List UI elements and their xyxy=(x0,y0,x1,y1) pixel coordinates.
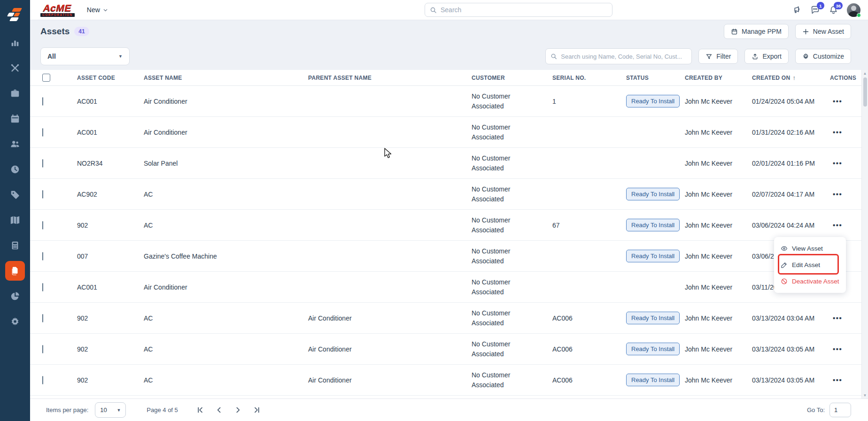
scrollbar-thumb[interactable] xyxy=(863,77,867,107)
goto-label: Go To: xyxy=(807,406,825,413)
scroll-down-icon[interactable]: ▼ xyxy=(863,392,867,398)
select-all-checkbox[interactable] xyxy=(42,74,50,82)
sidebar-nav xyxy=(2,30,28,334)
column-header-created-by[interactable]: CREATED BY xyxy=(685,75,752,81)
sidebar-item-calendar[interactable] xyxy=(2,106,28,131)
cell-created-by: John Mc Keever xyxy=(685,98,752,105)
column-header-parent-asset-name[interactable]: PARENT ASSET NAME xyxy=(308,75,472,81)
row-checkbox[interactable] xyxy=(42,376,43,384)
cell-serial-no: AC006 xyxy=(552,314,626,322)
next-page-button[interactable] xyxy=(232,404,245,417)
column-header-serial-no-[interactable]: SERIAL NO. xyxy=(552,75,626,81)
chat-badge: 1 xyxy=(817,2,824,9)
row-checkbox[interactable] xyxy=(42,252,43,260)
status-badge: Ready To Install xyxy=(626,188,680,200)
table-search[interactable] xyxy=(545,48,692,64)
cell-status: Ready To Install xyxy=(626,95,685,107)
page-header: Assets 41 Manage PPM New Asset xyxy=(30,20,868,43)
row-actions-button[interactable]: ••• xyxy=(830,159,842,167)
row-checkbox[interactable] xyxy=(42,159,43,168)
table-row[interactable]: AC001Air ConditionerNo Customer Associat… xyxy=(30,272,868,303)
calendar-icon xyxy=(10,114,20,124)
filter-button[interactable]: Filter xyxy=(698,49,738,64)
row-checkbox[interactable] xyxy=(42,128,43,137)
last-page-button[interactable] xyxy=(250,404,264,417)
cell-asset-code: 007 xyxy=(77,253,144,260)
column-header-customer[interactable]: CUSTOMER xyxy=(472,75,552,81)
dashboard-icon xyxy=(10,38,20,48)
row-actions-button[interactable]: ••• xyxy=(830,97,842,105)
table-row[interactable]: 902ACAir ConditionerNo Customer Associat… xyxy=(30,334,868,365)
sidebar-item-documents[interactable] xyxy=(2,258,28,283)
menu-item-deactivate-asset[interactable]: Deactivate Asset xyxy=(774,273,846,290)
zuper-logo[interactable] xyxy=(0,0,30,30)
vertical-scrollbar[interactable]: ▲ ▼ xyxy=(861,70,868,398)
cell-asset-name: Air Conditioner xyxy=(144,283,308,291)
sidebar-item-tag[interactable] xyxy=(2,182,28,207)
sidebar-item-users[interactable] xyxy=(2,131,28,157)
new-asset-button[interactable]: New Asset xyxy=(795,24,851,39)
row-checkbox[interactable] xyxy=(42,97,43,106)
chat-icon[interactable]: 1 xyxy=(810,5,820,15)
table-row[interactable]: 902ACNo Customer Associated67Ready To In… xyxy=(30,210,868,241)
table-row[interactable]: AC902ACNo Customer AssociatedReady To In… xyxy=(30,179,868,210)
global-search-input[interactable] xyxy=(441,6,607,14)
table-row[interactable]: 902ACAir ConditionerNo Customer Associat… xyxy=(30,365,868,396)
new-menu[interactable]: New xyxy=(87,6,108,14)
column-header-asset-code[interactable]: ASSET CODE xyxy=(77,75,144,81)
menu-item-view-asset[interactable]: View Asset xyxy=(774,240,846,257)
export-button[interactable]: Export xyxy=(744,49,788,64)
menu-item-edit-asset[interactable]: Edit Asset xyxy=(774,257,846,273)
column-header-created-on[interactable]: CREATED ON↑ xyxy=(752,74,830,81)
row-actions-button[interactable]: ••• xyxy=(830,345,842,353)
row-checkbox[interactable] xyxy=(42,283,43,291)
view-filter-select[interactable]: All ▼ xyxy=(40,47,130,65)
sidebar-item-briefcase[interactable] xyxy=(2,81,28,106)
sidebar-item-pie-chart[interactable] xyxy=(2,283,28,309)
assets-table: ASSET CODEASSET NAMEPARENT ASSET NAMECUS… xyxy=(30,70,868,398)
row-actions-button[interactable]: ••• xyxy=(830,128,842,136)
cell-asset-name: Air Conditioner xyxy=(144,98,308,105)
bell-icon[interactable]: 36 xyxy=(829,5,838,15)
prev-page-button[interactable] xyxy=(213,404,226,417)
manage-ppm-button[interactable]: Manage PPM xyxy=(724,24,789,39)
status-badge: Ready To Install xyxy=(626,312,680,324)
table-search-input[interactable] xyxy=(561,53,687,60)
sidebar-item-calculator[interactable] xyxy=(2,233,28,258)
row-actions-button[interactable]: ••• xyxy=(830,376,842,384)
row-actions-button[interactable]: ••• xyxy=(830,314,842,322)
row-checkbox[interactable] xyxy=(42,314,43,322)
sidebar-item-clock[interactable] xyxy=(2,157,28,182)
cell-created-by: John Mc Keever xyxy=(685,314,752,322)
status-badge: Ready To Install xyxy=(626,374,680,386)
announcements-icon[interactable] xyxy=(792,5,802,15)
sidebar-item-map[interactable] xyxy=(2,207,28,233)
table-row[interactable]: AC001Air ConditionerNo Customer Associat… xyxy=(30,86,868,117)
customize-button[interactable]: Customize xyxy=(795,49,851,64)
scroll-up-icon[interactable]: ▲ xyxy=(863,70,867,77)
sidebar-item-gear[interactable] xyxy=(2,309,28,334)
sidebar-item-dashboard[interactable] xyxy=(2,30,28,55)
row-actions-button[interactable]: ••• xyxy=(830,221,842,229)
manage-ppm-label: Manage PPM xyxy=(742,28,782,35)
table-row[interactable]: 902ACAir ConditionerNo Customer Associat… xyxy=(30,303,868,334)
table-row[interactable]: NO2R34Solar PanelNo Customer AssociatedJ… xyxy=(30,148,868,179)
acme-logo[interactable]: AcME CORPORATION xyxy=(40,3,75,17)
first-page-button[interactable] xyxy=(194,404,207,417)
user-avatar[interactable] xyxy=(847,3,860,17)
column-header-status[interactable]: STATUS xyxy=(626,75,685,81)
row-actions-button[interactable]: ••• xyxy=(830,190,842,198)
table-body: AC001Air ConditionerNo Customer Associat… xyxy=(30,86,868,396)
table-row[interactable]: AC001Air ConditionerNo Customer Associat… xyxy=(30,117,868,148)
sidebar-item-tools[interactable] xyxy=(2,55,28,81)
row-checkbox[interactable] xyxy=(42,345,43,353)
gear-icon xyxy=(802,53,809,60)
items-per-page-select[interactable]: 10 ▼ xyxy=(95,402,126,418)
cell-serial-no: 67 xyxy=(552,222,626,229)
column-header-asset-name[interactable]: ASSET NAME xyxy=(144,75,308,81)
table-row[interactable]: 007Gazine's Coffee MachineNo Customer As… xyxy=(30,241,868,272)
row-checkbox[interactable] xyxy=(42,190,43,199)
row-checkbox[interactable] xyxy=(42,221,43,230)
goto-page-input[interactable] xyxy=(829,403,851,417)
global-search[interactable] xyxy=(425,3,612,17)
